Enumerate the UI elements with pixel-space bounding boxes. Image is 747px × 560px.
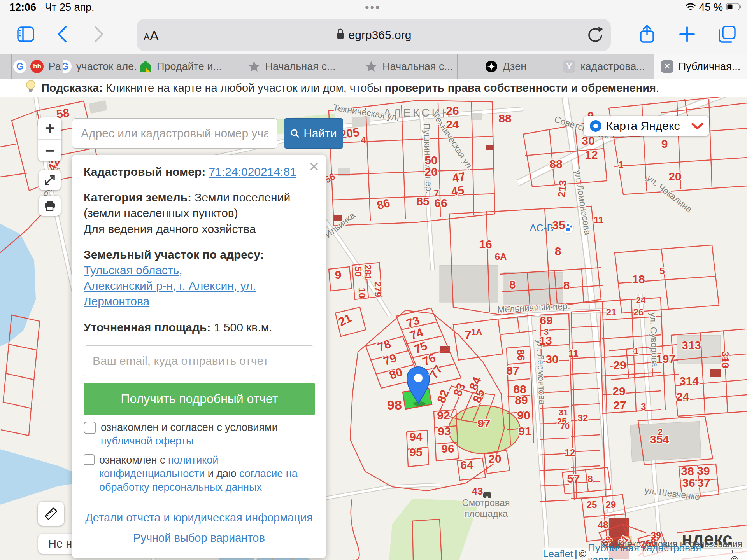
- address-street-link[interactable]: Алексинский р-н, г. Алексин, ул. Лермонт…: [84, 279, 256, 308]
- tab-участок але...[interactable]: Gучасток але...: [63, 54, 138, 79]
- tab-Ра[interactable]: hhРа: [28, 54, 63, 79]
- tab-кадастрова...[interactable]: Yкадастрова...: [554, 54, 654, 79]
- search-icon: [290, 129, 300, 138]
- clock: 12:06: [9, 2, 36, 13]
- svg-text:9: 9: [335, 268, 342, 281]
- layer-switcher[interactable]: Карта Яндекс: [584, 116, 709, 136]
- pkk-link[interactable]: Публичная кадастровая карта: [588, 542, 729, 560]
- svg-text:площадка: площадка: [464, 508, 508, 519]
- svg-text:97: 97: [477, 417, 490, 430]
- svg-text:69: 69: [540, 314, 552, 327]
- tab-google[interactable]: G: [12, 54, 28, 79]
- zoom-control: + −: [38, 117, 61, 161]
- address-bar[interactable]: АА egrp365.org: [137, 19, 611, 51]
- svg-text:48: 48: [598, 520, 608, 530]
- cadastral-number-row: Кадастровый номер: 71:24:020214:81: [84, 164, 314, 180]
- search-button[interactable]: Найти: [284, 118, 343, 149]
- svg-text:50: 50: [424, 154, 437, 166]
- svg-text:197: 197: [656, 352, 675, 365]
- svg-text:90: 90: [517, 409, 530, 422]
- offer-checkbox[interactable]: [84, 422, 96, 434]
- svg-text:313: 313: [682, 339, 701, 352]
- svg-text:310: 310: [719, 351, 731, 368]
- svg-text:85: 85: [416, 195, 429, 208]
- star-icon: [247, 60, 261, 73]
- get-report-button[interactable]: Получить подробный отчет: [84, 383, 315, 415]
- tab-none[interactable]: [0, 54, 12, 79]
- svg-text:20: 20: [488, 452, 501, 465]
- close-icon[interactable]: ×: [309, 158, 319, 175]
- sidebar-toggle-icon[interactable]: [16, 25, 35, 44]
- svg-text:26: 26: [446, 104, 459, 117]
- svg-text:86: 86: [515, 349, 527, 361]
- svg-text:88: 88: [498, 112, 511, 125]
- search-input[interactable]: [72, 118, 277, 149]
- privacy-consent-row: ознакомлен с политикой конфиденциальност…: [84, 453, 314, 494]
- svg-text:94: 94: [409, 430, 423, 443]
- close-icon: ✕: [661, 60, 674, 73]
- tab-Дзен[interactable]: Дзен: [458, 54, 554, 79]
- tab-Начальная с...[interactable]: Начальная с...: [360, 54, 458, 79]
- svg-text:45: 45: [450, 184, 465, 198]
- parcel-info-panel: × Кадастровый номер: 71:24:020214:81 Кат…: [72, 155, 326, 558]
- svg-text:12: 12: [565, 447, 575, 458]
- svg-text:29: 29: [612, 385, 625, 397]
- svg-text:10: 10: [357, 288, 367, 298]
- svg-text:43: 43: [472, 485, 483, 497]
- fullscreen-button[interactable]: [39, 170, 61, 190]
- layer-radio[interactable]: [590, 120, 601, 132]
- svg-text:24: 24: [676, 390, 689, 403]
- tab-Начальная с...[interactable]: Начальная с...: [223, 54, 360, 79]
- star-icon: [365, 60, 378, 73]
- svg-text:98: 98: [387, 397, 402, 412]
- svg-text:64: 64: [460, 458, 473, 471]
- email-field[interactable]: [84, 345, 314, 376]
- yandex-icon: Y: [563, 60, 576, 73]
- address-region-link[interactable]: Тульская область,: [84, 264, 182, 276]
- offer-link[interactable]: публичной оферты: [101, 435, 194, 447]
- status-indicators: 45 %: [686, 2, 742, 14]
- svg-text:7: 7: [465, 328, 472, 342]
- svg-text:3: 3: [641, 401, 646, 412]
- chevron-down-icon[interactable]: [691, 119, 703, 133]
- back-button[interactable]: [53, 25, 72, 44]
- svg-text:50: 50: [353, 266, 363, 277]
- reload-icon[interactable]: [587, 26, 604, 46]
- address-row: Земельный участок по адресу: Тульская об…: [84, 247, 314, 310]
- zoom-out-button[interactable]: −: [38, 140, 61, 161]
- tab-Публичная...[interactable]: ✕Публичная...: [654, 54, 747, 79]
- ruler-button[interactable]: [38, 502, 64, 526]
- map-attribution: Leaflet | © Публичная кадастровая карта …: [543, 548, 747, 560]
- svg-text:31: 31: [559, 408, 568, 417]
- svg-text:91: 91: [518, 425, 531, 438]
- svg-text:11: 11: [594, 215, 603, 225]
- svg-text:20: 20: [424, 165, 437, 178]
- svg-text:95: 95: [409, 446, 422, 458]
- forward-button[interactable]: [89, 25, 108, 44]
- privacy-checkbox[interactable]: [84, 454, 95, 465]
- manual-select-link[interactable]: Ручной выбор вариантов: [133, 532, 265, 544]
- zoom-in-button[interactable]: +: [38, 117, 61, 140]
- tabs-overview-icon[interactable]: [718, 25, 736, 44]
- svg-text:18: 18: [632, 273, 645, 285]
- svg-text:25: 25: [587, 499, 597, 510]
- share-icon[interactable]: [638, 25, 656, 44]
- lock-icon: [336, 28, 345, 42]
- get-report-label: Получить подробный отчет: [121, 390, 278, 407]
- svg-text:4: 4: [361, 135, 366, 145]
- browser-toolbar: АА egrp365.org: [0, 14, 747, 54]
- cadastral-number-link[interactable]: 71:24:020214:81: [209, 165, 296, 178]
- leaflet-link[interactable]: Leaflet: [543, 548, 573, 560]
- map[interactable]: АС-В АЛЕКСИН Техническая ул.Техническая …: [0, 97, 747, 560]
- print-button[interactable]: [39, 196, 61, 216]
- svg-text:7: 7: [434, 188, 439, 198]
- status-date: Чт 25 апр.: [45, 2, 95, 13]
- svg-text:88: 88: [549, 158, 562, 170]
- report-details-link[interactable]: Детали отчета и юридическая информация: [85, 511, 313, 524]
- tab-Продайте и...[interactable]: Продайте и...: [138, 54, 223, 79]
- svg-text:8: 8: [555, 245, 561, 257]
- new-tab-icon[interactable]: [678, 25, 696, 44]
- svg-text:29: 29: [606, 499, 616, 510]
- svg-text:8: 8: [587, 474, 593, 484]
- layer-switcher-label: Карта Яндекс: [606, 119, 680, 133]
